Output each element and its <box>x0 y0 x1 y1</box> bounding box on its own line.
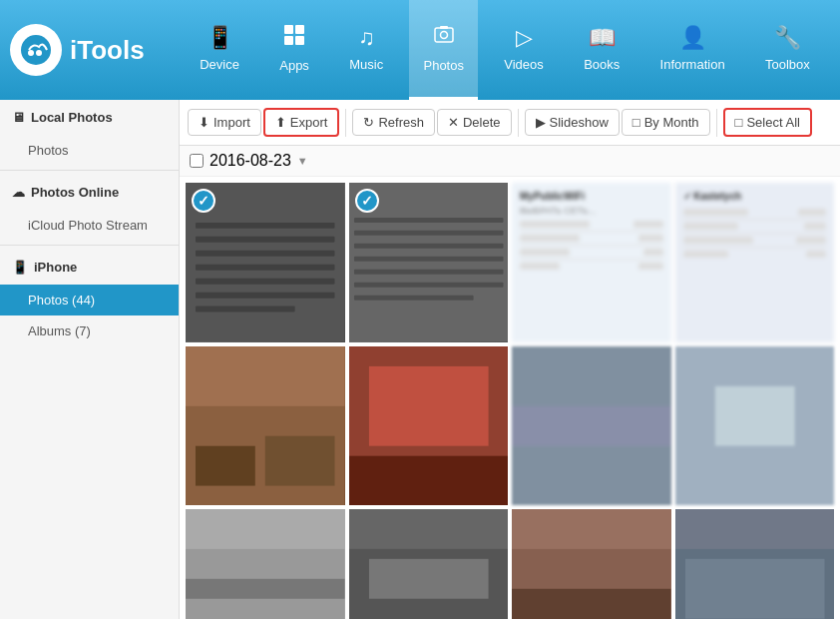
svg-rect-23 <box>353 270 503 275</box>
nav-bar: 📱 Device Apps ♫ Music <box>180 0 830 100</box>
slideshow-button[interactable]: ▶ Slideshow <box>525 109 620 136</box>
svg-rect-16 <box>196 293 335 299</box>
toolbar-sep-3 <box>716 109 717 137</box>
photo-cell-12[interactable] <box>675 509 835 619</box>
sidebar: 🖥 Local Photos Photos ☁ Photos Online iC… <box>0 100 180 619</box>
by-month-label: By Month <box>644 115 699 130</box>
date-row: 2016-08-23 ▼ <box>180 146 840 177</box>
sidebar-item-photos[interactable]: Photos <box>0 135 179 166</box>
app-name: iTools <box>70 35 145 66</box>
nav-device[interactable]: 📱 Device <box>186 0 253 100</box>
refresh-button[interactable]: ↻ Refresh <box>352 109 435 136</box>
sidebar-item-iphone-photos[interactable]: Photos (44) <box>0 285 179 315</box>
nav-music-label: Music <box>349 57 383 72</box>
svg-rect-24 <box>353 283 503 288</box>
svg-rect-42 <box>512 589 671 619</box>
apps-icon <box>283 24 305 52</box>
photo-cell-6[interactable] <box>349 346 509 506</box>
svg-rect-36 <box>714 385 794 445</box>
nav-apps[interactable]: Apps <box>265 0 323 100</box>
by-month-button[interactable]: □ By Month <box>622 109 710 136</box>
nav-information[interactable]: 👤 Information <box>646 0 739 100</box>
sidebar-local-photos[interactable]: 🖥 Local Photos <box>0 100 179 135</box>
svg-rect-25 <box>353 296 473 301</box>
import-button[interactable]: ⬇ Import <box>188 109 261 136</box>
svg-rect-5 <box>284 36 293 45</box>
svg-rect-4 <box>295 25 304 34</box>
select-all-label: Select All <box>746 115 799 130</box>
refresh-icon: ↻ <box>363 115 374 130</box>
export-button[interactable]: ⬆ Export <box>263 108 340 137</box>
nav-photos[interactable]: Photos <box>409 0 477 100</box>
sidebar-item-iphone-albums[interactable]: Albums (7) <box>0 315 179 346</box>
photos-sub-label: Photos <box>28 143 68 158</box>
svg-point-8 <box>440 32 447 39</box>
iphone-label: iPhone <box>34 260 77 275</box>
delete-button[interactable]: ✕ Delete <box>437 109 512 136</box>
photo-cell-11[interactable] <box>512 509 671 619</box>
svg-rect-31 <box>368 365 488 445</box>
svg-rect-21 <box>353 244 503 249</box>
date-checkbox[interactable] <box>190 154 204 168</box>
svg-rect-32 <box>349 455 509 505</box>
nav-videos-label: Videos <box>504 57 544 72</box>
information-icon: 👤 <box>679 25 706 51</box>
content-wrapper: ✓ ✓ <box>180 177 840 619</box>
photo-check-1: ✓ <box>192 189 215 213</box>
svg-rect-9 <box>440 26 448 29</box>
svg-rect-28 <box>196 445 255 485</box>
nav-books-label: Books <box>584 57 620 72</box>
toolbar: ⬇ Import ⬆ Export ↻ Refresh ✕ Delete ▶ S… <box>180 100 840 146</box>
refresh-label: Refresh <box>378 115 424 130</box>
svg-rect-19 <box>353 218 503 223</box>
nav-music[interactable]: ♫ Music <box>335 0 397 100</box>
svg-rect-17 <box>196 307 295 312</box>
photos-online-label: Photos Online <box>31 185 119 200</box>
content-area: ⬇ Import ⬆ Export ↻ Refresh ✕ Delete ▶ S… <box>180 100 840 619</box>
photo-cell-1[interactable]: ✓ <box>186 183 345 342</box>
svg-rect-27 <box>186 346 345 406</box>
photo-cell-5[interactable] <box>186 346 345 506</box>
nav-apps-label: Apps <box>279 58 309 73</box>
photo-grid: ✓ ✓ <box>180 177 840 619</box>
month-icon: □ <box>632 115 640 130</box>
photo-cell-7[interactable] <box>512 346 671 506</box>
import-icon: ⬇ <box>199 115 210 130</box>
nav-toolbox[interactable]: 🔧 Toolbox <box>751 0 824 100</box>
monitor-icon: 🖥 <box>12 110 25 125</box>
toolbar-sep-2 <box>518 109 519 137</box>
sidebar-photos-online[interactable]: ☁ Photos Online <box>0 175 179 210</box>
nav-books[interactable]: 📖 Books <box>570 0 633 100</box>
select-all-button[interactable]: □ Select All <box>723 108 812 137</box>
photo-cell-4[interactable]: ✓ Kastetych <box>675 183 835 342</box>
nav-videos[interactable]: ▷ Videos <box>490 0 558 100</box>
photo-check-2: ✓ <box>355 189 379 213</box>
main-layout: 🖥 Local Photos Photos ☁ Photos Online iC… <box>0 100 840 619</box>
svg-rect-12 <box>196 237 335 243</box>
date-dropdown-arrow[interactable]: ▼ <box>297 155 308 167</box>
photos-icon <box>433 24 455 52</box>
icloud-label: iCloud Photo Stream <box>28 218 148 233</box>
photo-cell-3[interactable]: MyPublicWiFi ВЫБРАТЬ СЕТЬ... <box>512 183 671 342</box>
export-label: Export <box>290 115 328 130</box>
sidebar-iphone[interactable]: 📱 iPhone <box>0 250 179 285</box>
svg-rect-6 <box>295 36 304 45</box>
app-header: iTools 📱 Device Apps ♫ Music <box>0 0 840 100</box>
select-all-icon: □ <box>735 115 743 130</box>
nav-information-label: Information <box>660 57 725 72</box>
sidebar-item-icloud[interactable]: iCloud Photo Stream <box>0 210 179 241</box>
photo-cell-8[interactable] <box>675 346 835 506</box>
svg-rect-44 <box>684 559 824 619</box>
slideshow-label: Slideshow <box>550 115 609 130</box>
local-photos-label: Local Photos <box>31 110 113 125</box>
photo-cell-2[interactable]: ✓ <box>349 183 509 342</box>
photo-cell-10[interactable] <box>349 509 509 619</box>
logo-icon <box>10 24 62 76</box>
delete-label: Delete <box>463 115 501 130</box>
svg-rect-15 <box>196 279 335 285</box>
svg-rect-3 <box>284 25 293 34</box>
slideshow-icon: ▶ <box>536 115 546 130</box>
photo-cell-9[interactable] <box>186 509 345 619</box>
svg-rect-40 <box>368 559 488 599</box>
svg-rect-13 <box>196 251 335 257</box>
